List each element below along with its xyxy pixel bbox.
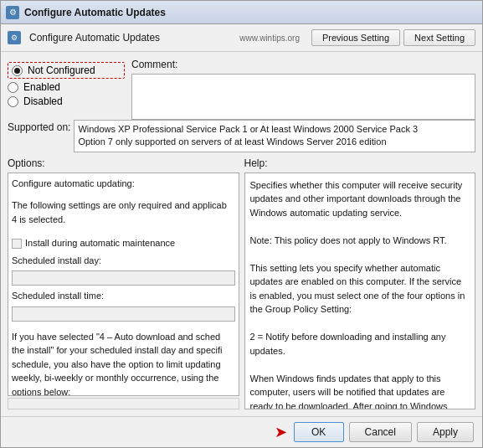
top-row: Not Configured Enabled Disabled Comment:	[8, 59, 475, 120]
install-maintenance-label: Install during automatic maintenance	[25, 236, 175, 250]
next-setting-button[interactable]: Next Setting	[403, 29, 475, 46]
toolbar-buttons: Previous Setting Next Setting	[311, 29, 475, 46]
options-help-row: Options: Configure automatic updating: T…	[8, 157, 475, 409]
scheduled-day-input[interactable]	[12, 270, 235, 286]
toolbar: ⚙ Configure Automatic Updates www.wintip…	[1, 24, 482, 52]
help-content[interactable]: Specifies whether this computer will rec…	[244, 173, 476, 409]
scheduled-time-row: Scheduled install time:	[12, 289, 235, 303]
scheduled-day-row: Scheduled install day:	[12, 254, 235, 268]
install-maintenance-checkbox[interactable]	[12, 239, 22, 249]
scheduled-time-input-row[interactable]	[12, 306, 235, 322]
main-window: ⚙ Configure Automatic Updates ⚙ Configur…	[0, 0, 483, 448]
options-inner: Configure automatic updating: The follow…	[12, 177, 235, 396]
options-content[interactable]: Configure automatic updating: The follow…	[8, 173, 239, 396]
configure-updating-label: Configure automatic updating:	[12, 177, 235, 191]
radio-group: Not Configured Enabled Disabled	[8, 59, 125, 111]
radio-label-disabled: Disabled	[23, 95, 63, 107]
following-settings-text: The following settings are only required…	[12, 198, 235, 226]
help-label: Help:	[244, 157, 476, 169]
scheduled-day-input-row[interactable]	[12, 270, 235, 286]
scheduled-time-label: Scheduled install time:	[12, 289, 104, 303]
auto-download-text: If you have selected "4 – Auto download …	[12, 330, 235, 396]
arrow-indicator: ➤	[275, 423, 287, 441]
radio-label-not-configured: Not Configured	[28, 64, 95, 76]
radio-not-configured[interactable]: Not Configured	[8, 62, 125, 79]
radio-circle-not-configured	[12, 65, 23, 76]
comment-textarea[interactable]	[131, 74, 475, 120]
help-text: Specifies whether this computer will rec…	[250, 180, 467, 409]
options-panel: Options: Configure automatic updating: T…	[8, 157, 239, 409]
comment-label: Comment:	[131, 59, 475, 70]
prev-setting-button[interactable]: Previous Setting	[311, 29, 400, 46]
radio-column: Not Configured Enabled Disabled	[8, 59, 125, 111]
radio-circle-enabled	[8, 82, 18, 93]
options-label: Options:	[8, 157, 239, 169]
title-bar: ⚙ Configure Automatic Updates	[1, 1, 482, 24]
window-title: Configure Automatic Updates	[24, 7, 166, 18]
cancel-button[interactable]: Cancel	[349, 422, 412, 442]
toolbar-title: Configure Automatic Updates	[29, 32, 234, 44]
help-panel: Help: Specifies whether this computer wi…	[244, 157, 476, 409]
radio-disabled[interactable]: Disabled	[8, 95, 125, 107]
apply-button[interactable]: Apply	[417, 422, 474, 442]
window-icon: ⚙	[6, 6, 19, 19]
watermark: www.wintips.org	[239, 33, 300, 43]
comment-column: Comment:	[131, 59, 475, 120]
bottom-bar: ➤ OK Cancel Apply	[1, 416, 482, 447]
supported-box: Windows XP Professional Service Pack 1 o…	[74, 120, 475, 152]
radio-label-enabled: Enabled	[23, 81, 60, 93]
ok-button[interactable]: OK	[294, 422, 344, 442]
toolbar-icon: ⚙	[8, 31, 21, 44]
main-content: Not Configured Enabled Disabled Comment:	[1, 52, 482, 416]
supported-label: Supported on:	[8, 121, 70, 133]
scheduled-day-label: Scheduled install day:	[12, 254, 101, 268]
radio-circle-disabled	[8, 96, 18, 107]
supported-text: Windows XP Professional Service Pack 1 o…	[78, 124, 418, 147]
options-horizontal-scrollbar[interactable]	[8, 398, 239, 409]
scheduled-time-input[interactable]	[12, 306, 235, 322]
radio-enabled[interactable]: Enabled	[8, 81, 125, 93]
supported-row: Supported on: Windows XP Professional Se…	[8, 120, 475, 152]
install-maintenance-row[interactable]: Install during automatic maintenance	[12, 236, 235, 250]
